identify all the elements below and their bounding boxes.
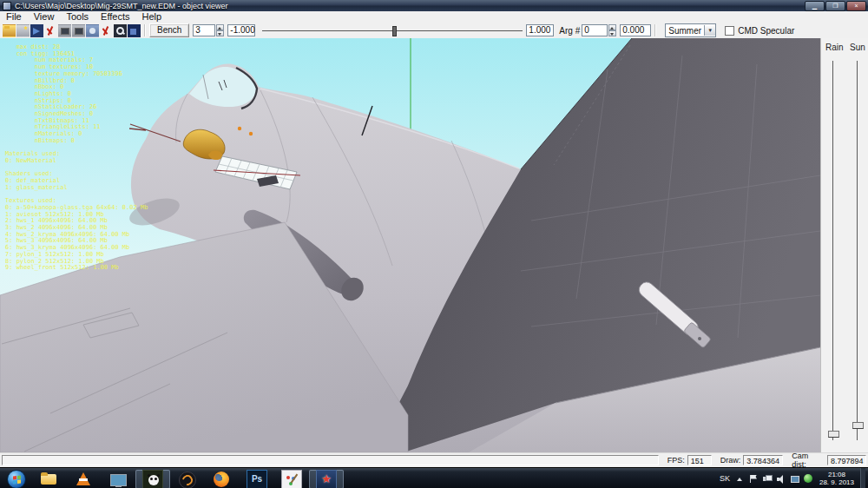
argument-slider[interactable]	[262, 24, 523, 36]
debug-overlay: max dist: 28 con tigg: 136451 num materi…	[5, 44, 148, 272]
viewport-3d[interactable]: max dist: 28 con tigg: 136451 num materi…	[0, 38, 820, 452]
toolbar-separator	[654, 24, 656, 36]
environment-panel: Rain Sun	[820, 38, 868, 452]
bench-count-field[interactable]: 3	[193, 24, 215, 36]
taskbar-explorer-icon[interactable]	[38, 470, 59, 488]
window-controls: ▁ ❐ ×	[805, 1, 866, 11]
taskbar-panda-icon[interactable]	[142, 470, 163, 488]
taskbar: 99Ps★ SK 21:08 28. 9. 2013	[0, 467, 868, 488]
spinner-up-icon[interactable]	[216, 24, 224, 30]
arg-value-field[interactable]: 0.000	[620, 24, 651, 36]
taskbar-emblem-icon[interactable]	[177, 470, 198, 488]
sun-label: Sun	[850, 43, 865, 52]
tray-caret-icon[interactable]	[734, 474, 744, 484]
screen: C:\Users\Majo\Desktop\Mig-29SMT_new.EDM …	[0, 0, 868, 488]
menu-effects[interactable]: Effects	[95, 11, 135, 23]
arg-number-field[interactable]: 0	[582, 24, 608, 36]
taskbar-slot-vlc	[66, 470, 101, 488]
taskbar-slot-start	[2, 470, 31, 488]
open-folder-icon[interactable]	[3, 24, 16, 37]
maximize-button[interactable]: ❐	[825, 1, 845, 11]
status-message-box	[2, 455, 659, 465]
season-combobox[interactable]: Summer ▼	[665, 23, 716, 37]
sun-slider[interactable]	[852, 422, 864, 429]
taskbar-photoshop-icon[interactable]: Ps	[247, 470, 267, 488]
tray-volume-icon[interactable]	[776, 474, 786, 484]
toolbar: Bench 3 -1.000 1.000 Arg # 0 0.000 Summe…	[0, 23, 868, 39]
titlebar[interactable]: C:\Users\Majo\Desktop\Mig-29SMT_new.EDM …	[0, 0, 868, 11]
taskbar-starapp-icon[interactable]: ★	[316, 470, 337, 488]
arg-spinner[interactable]	[608, 24, 616, 36]
camera-next-icon[interactable]	[72, 24, 85, 37]
fps-label: FPS:	[667, 456, 685, 465]
taskbar-start-icon[interactable]	[7, 470, 26, 488]
taskbar-apps: 99Ps★	[0, 468, 344, 488]
window-title: C:\Users\Majo\Desktop\Mig-29SMT_new.EDM …	[15, 2, 228, 10]
toolbar-separator	[144, 24, 146, 36]
magnifier-icon[interactable]	[114, 24, 127, 37]
spinner-up-icon[interactable]	[608, 24, 616, 30]
clock[interactable]: 21:08 28. 9. 2013	[818, 471, 856, 486]
taskbar-slot-panda	[135, 470, 170, 488]
taskbar-slot-firefox	[205, 470, 240, 488]
tray-flag-icon[interactable]	[748, 474, 758, 484]
taskbar-slot-sysmonitor: 99	[101, 470, 135, 488]
display-mode-icon[interactable]	[86, 24, 99, 37]
menu-view[interactable]: View	[28, 11, 61, 23]
date: 28. 9. 2013	[819, 478, 854, 486]
taskbar-paint-icon[interactable]	[281, 470, 302, 488]
rain-slider[interactable]	[828, 431, 839, 438]
draw-value: 3.784364	[743, 455, 783, 465]
rain-label: Rain	[825, 43, 844, 52]
tray-shield-icon[interactable]	[804, 474, 813, 484]
show-desktop-button[interactable]	[860, 468, 865, 488]
tray-icons	[734, 474, 813, 484]
arg-label: Arg #	[559, 26, 580, 36]
minimize-button[interactable]: ▁	[805, 1, 825, 11]
cmd-specular-label: CMD Specular	[738, 26, 794, 36]
cmd-specular-checkbox[interactable]	[725, 26, 734, 36]
tray-network-icon[interactable]	[762, 474, 772, 484]
range-max-field[interactable]: 1.000	[526, 24, 554, 36]
tray-display-icon[interactable]	[790, 474, 799, 484]
taskbar-vlc-icon[interactable]	[73, 470, 94, 488]
statusbar: FPS: 151 Draw: 3.784364 Cam dist: 8.7978…	[0, 452, 868, 467]
taskbar-slot-starapp: ★	[309, 470, 344, 488]
time: 21:08	[819, 471, 854, 478]
taskbar-firefox-icon[interactable]	[212, 470, 233, 488]
bench-button[interactable]: Bench	[149, 23, 189, 37]
taskbar-slot-emblem	[170, 470, 205, 488]
import-model-icon[interactable]	[30, 24, 43, 37]
sun-slider-track	[857, 61, 858, 440]
season-value: Summer	[666, 26, 704, 36]
run-animation-2-icon[interactable]	[100, 24, 113, 37]
system-tray: SK 21:08 28. 9. 2013	[720, 468, 868, 488]
draw-label: Draw:	[720, 456, 741, 465]
range-min-field[interactable]: -1.000	[227, 24, 255, 36]
rain-slider-track	[832, 61, 833, 440]
fps-value: 151	[687, 455, 712, 465]
taskbar-sysmonitor-icon[interactable]: 99	[108, 470, 128, 488]
toolbar-icons	[3, 24, 141, 37]
taskbar-slot-explorer	[31, 470, 66, 488]
cam-dist-value: 8.797894	[827, 455, 866, 465]
chevron-down-icon[interactable]: ▼	[704, 25, 715, 36]
taskbar-slot-photoshop: Ps	[240, 470, 274, 488]
camera-prev-icon[interactable]	[58, 24, 71, 37]
menu-tools[interactable]: Tools	[60, 11, 95, 23]
taskbar-slot-paint	[274, 470, 309, 488]
menubar: FileViewToolsEffectsHelp	[0, 11, 868, 23]
bench-spinner[interactable]	[216, 24, 224, 36]
spinner-down-icon[interactable]	[216, 30, 224, 36]
slider-thumb[interactable]	[392, 26, 397, 36]
save-file-icon[interactable]	[16, 24, 30, 37]
menu-file[interactable]: File	[0, 11, 28, 23]
app-icon	[3, 2, 11, 10]
spinner-down-icon[interactable]	[608, 30, 616, 36]
cam-dist-label: Cam dist:	[792, 452, 825, 469]
close-button[interactable]: ×	[846, 1, 866, 11]
layers-icon[interactable]	[128, 24, 141, 37]
run-animation-icon[interactable]	[44, 24, 57, 37]
language-indicator[interactable]: SK	[720, 474, 730, 483]
menu-help[interactable]: Help	[136, 11, 168, 23]
